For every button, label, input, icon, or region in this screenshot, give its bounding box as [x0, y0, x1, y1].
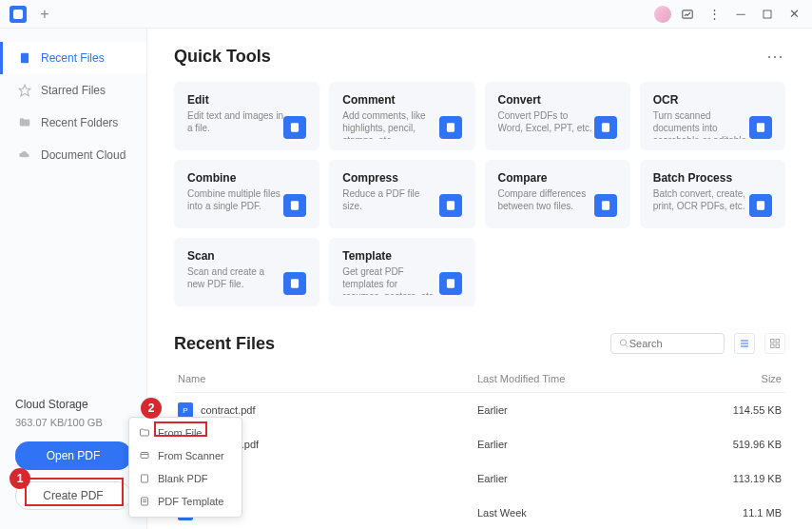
- menu-item-label: Blank PDF: [158, 473, 208, 484]
- open-pdf-button[interactable]: Open PDF: [15, 441, 131, 470]
- tool-title: Combine: [187, 171, 283, 185]
- tool-card-template[interactable]: TemplateGet great PDF templates for resu…: [329, 238, 474, 306]
- search-icon: [619, 338, 629, 349]
- file-size: 114.55 KB: [706, 404, 782, 416]
- file-modified: Earlier: [477, 439, 706, 450]
- svg-rect-20: [776, 340, 780, 343]
- tool-title: Convert: [498, 93, 594, 107]
- list-view-button[interactable]: [734, 333, 755, 354]
- svg-rect-8: [291, 201, 299, 209]
- file-size: 113.19 KB: [706, 473, 782, 484]
- tool-card-compress[interactable]: CompressReduce a PDF file size.: [329, 160, 474, 228]
- file-row[interactable]: PArchitect.pdfEarlier519.96 KB: [174, 427, 785, 461]
- menu-item-icon: [139, 427, 150, 439]
- user-avatar-icon[interactable]: [654, 6, 671, 23]
- app-logo-icon: [10, 6, 27, 23]
- menu-item-label: From Scanner: [158, 450, 224, 461]
- tool-desc: Add comments, like highlights, pencil, s…: [342, 109, 438, 139]
- svg-marker-3: [19, 85, 30, 96]
- cloud-icon: [18, 148, 31, 162]
- tool-desc: Turn scanned documents into searchable o…: [653, 109, 749, 139]
- tool-desc: Compare differences between two files.: [498, 187, 594, 212]
- tool-title: Template: [342, 249, 438, 263]
- quick-tools-title: Quick Tools: [174, 47, 271, 67]
- svg-rect-25: [142, 475, 148, 482]
- tool-desc: Get great PDF templates for resumes, pos…: [342, 265, 438, 295]
- annotation-badge-2: 2: [141, 398, 162, 419]
- tool-card-comment[interactable]: CommentAdd comments, like highlights, pe…: [329, 82, 474, 150]
- sidebar-item-label: Recent Files: [41, 51, 105, 65]
- menu-item-from-scanner[interactable]: From Scanner: [129, 444, 242, 467]
- file-row[interactable]: Pcontract.pdfEarlier114.55 KB: [174, 393, 785, 427]
- svg-rect-22: [776, 344, 780, 348]
- menu-item-pdf-template[interactable]: PDF Template: [129, 490, 242, 513]
- file-row[interactable]: PLast Week11.1 MB: [174, 496, 785, 529]
- file-modified: Last Week: [477, 507, 706, 519]
- tool-title: Compare: [498, 171, 594, 185]
- file-row[interactable]: PEarlier113.19 KB: [174, 461, 785, 496]
- column-modified: Last Modified Time: [477, 373, 706, 384]
- more-vertical-icon[interactable]: ⋮: [704, 4, 725, 25]
- file-modified: Earlier: [477, 404, 706, 416]
- tool-icon: [283, 194, 306, 217]
- svg-rect-23: [141, 453, 148, 459]
- maximize-button[interactable]: [757, 4, 778, 25]
- tool-card-ocr[interactable]: OCRTurn scanned documents into searchabl…: [640, 82, 785, 150]
- tool-desc: Combine multiple files into a single PDF…: [187, 187, 283, 212]
- column-name: Name: [178, 373, 477, 384]
- close-button[interactable]: ✕: [783, 4, 804, 25]
- svg-rect-13: [446, 279, 454, 287]
- folder-icon: [18, 116, 31, 129]
- svg-rect-1: [764, 10, 771, 18]
- svg-rect-19: [771, 340, 775, 343]
- file-size: 519.96 KB: [706, 439, 782, 450]
- sidebar-item-recent-folders[interactable]: Recent Folders: [0, 107, 146, 139]
- create-pdf-button[interactable]: Create PDF: [15, 481, 131, 510]
- tool-card-batch-process[interactable]: Batch ProcessBatch convert, create, prin…: [640, 160, 785, 228]
- grid-view-button[interactable]: [764, 333, 785, 354]
- tool-card-combine[interactable]: CombineCombine multiple files into a sin…: [174, 160, 319, 228]
- sidebar-item-label: Document Cloud: [41, 148, 126, 162]
- svg-line-15: [626, 344, 628, 347]
- cloud-storage-panel: Cloud Storage 363.07 KB/100 GB: [0, 384, 146, 441]
- tool-title: Comment: [342, 93, 438, 107]
- tool-icon: [283, 116, 306, 139]
- tool-card-edit[interactable]: EditEdit text and images in a file.: [174, 82, 319, 150]
- document-icon: [18, 51, 31, 65]
- minimize-button[interactable]: ─: [730, 4, 751, 25]
- tool-desc: Batch convert, create, print, OCR PDFs, …: [653, 187, 749, 212]
- tool-desc: Scan and create a new PDF file.: [187, 265, 283, 290]
- sidebar-item-label: Recent Folders: [41, 116, 118, 129]
- file-size: 11.1 MB: [706, 507, 782, 519]
- pdf-file-icon: P: [178, 402, 193, 418]
- tool-icon: [749, 194, 772, 217]
- tool-title: Batch Process: [653, 171, 749, 185]
- more-horizontal-icon[interactable]: ⋯: [766, 46, 785, 67]
- svg-rect-10: [602, 201, 609, 209]
- tool-icon: [594, 116, 617, 139]
- tool-card-scan[interactable]: ScanScan and create a new PDF file.: [174, 238, 319, 306]
- tool-card-convert[interactable]: ConvertConvert PDFs to Word, Excel, PPT,…: [485, 82, 630, 150]
- menu-item-blank-pdf[interactable]: Blank PDF: [129, 467, 242, 490]
- tool-desc: Edit text and images in a file.: [187, 109, 283, 134]
- menu-item-label: From File: [158, 427, 202, 439]
- menu-item-label: PDF Template: [158, 496, 224, 507]
- svg-rect-7: [757, 123, 764, 131]
- sidebar-item-starred-files[interactable]: Starred Files: [0, 74, 146, 107]
- search-input[interactable]: [629, 338, 716, 349]
- search-box[interactable]: [610, 333, 725, 354]
- tool-icon: [749, 116, 772, 139]
- svg-rect-0: [683, 10, 693, 17]
- new-tab-button[interactable]: +: [34, 4, 55, 25]
- menu-item-icon: [139, 450, 150, 461]
- svg-point-14: [620, 340, 626, 345]
- menu-item-from-file[interactable]: From File: [129, 421, 242, 444]
- message-icon[interactable]: [677, 4, 698, 25]
- sidebar-item-recent-files[interactable]: Recent Files: [0, 42, 146, 74]
- svg-rect-12: [291, 279, 299, 287]
- tool-icon: [594, 194, 617, 217]
- sidebar-item-document-cloud[interactable]: Document Cloud: [0, 139, 146, 171]
- tool-card-compare[interactable]: CompareCompare differences between two f…: [485, 160, 630, 228]
- recent-files-title: Recent Files: [174, 334, 275, 354]
- sidebar-item-label: Starred Files: [41, 84, 106, 97]
